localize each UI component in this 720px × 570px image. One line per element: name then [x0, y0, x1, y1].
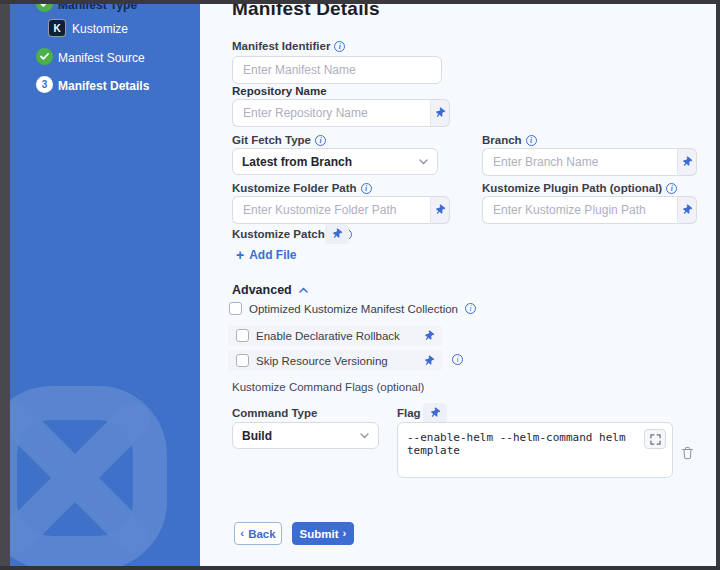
chevron-down-icon [419, 159, 428, 165]
step-manifest-details-label[interactable]: Manifest Details [58, 79, 149, 93]
step-manifest-source[interactable] [36, 48, 53, 65]
runtime-input-pin[interactable] [677, 196, 697, 224]
optimized-collection-checkbox[interactable] [229, 302, 242, 315]
pin-icon [433, 106, 447, 120]
step-kustomize-label[interactable]: Kustomize [72, 22, 128, 36]
info-icon[interactable]: i [526, 135, 537, 146]
dimmed-background-top [0, 0, 720, 4]
pin-icon [433, 203, 447, 217]
pin-icon [330, 227, 344, 241]
info-icon[interactable]: i [315, 135, 326, 146]
kustomize-patches-pin-button[interactable] [325, 224, 349, 244]
dimmed-background-bottom [0, 566, 720, 570]
kustomize-icon: K [48, 19, 66, 37]
repository-name-label: Repository Name [232, 85, 327, 97]
kustomize-folder-path-input[interactable] [232, 196, 430, 224]
step-manifest-source-label[interactable]: Manifest Source [58, 51, 145, 65]
chevron-left-icon: ‹ [240, 528, 244, 540]
chevron-up-icon [299, 287, 308, 293]
harness-logo-watermark [10, 358, 195, 570]
step-number-badge: 3 [36, 76, 53, 93]
add-file-button[interactable]: + Add File [236, 248, 297, 262]
declarative-rollback-checkbox[interactable] [236, 329, 249, 342]
runtime-input-pin[interactable] [430, 99, 450, 127]
runtime-input-pin[interactable] [430, 196, 450, 224]
command-type-select[interactable]: Build [232, 422, 379, 449]
kustomize-folder-path-label: Kustomize Folder Path i [232, 182, 372, 194]
wizard-sidebar: Manifest Type K Kustomize Manifest Sourc… [10, 0, 200, 570]
info-icon[interactable]: i [452, 354, 463, 365]
chevron-right-icon: › [343, 528, 347, 540]
kustomize-plugin-path-input[interactable] [482, 196, 677, 224]
info-icon[interactable]: i [666, 183, 677, 194]
dimmed-background-right [716, 0, 720, 570]
advanced-section-toggle[interactable]: Advanced [232, 283, 308, 297]
pin-icon[interactable] [422, 328, 436, 342]
plus-icon: + [236, 248, 244, 262]
command-flags-section-label: Kustomize Command Flags (optional) [232, 381, 424, 393]
back-button[interactable]: ‹ Back [234, 522, 282, 545]
expand-icon [650, 434, 661, 445]
branch-input[interactable] [482, 148, 677, 176]
pin-icon[interactable] [422, 353, 436, 367]
pin-icon [680, 203, 694, 217]
flag-value-textarea[interactable]: --enable-helm --helm-command helm templa… [397, 422, 673, 478]
kustomize-plugin-path-label: Kustomize Plugin Path (optional) i [482, 182, 677, 194]
dimmed-background-left [0, 0, 10, 570]
step-kustomize[interactable]: K [48, 19, 66, 37]
flag-label: Flag [397, 407, 421, 419]
skip-resource-versioning-option: Skip Resource Versioning [228, 350, 442, 371]
info-icon[interactable]: i [361, 183, 372, 194]
declarative-rollback-option: Enable Declarative Rollback [228, 325, 442, 346]
info-icon[interactable]: i [334, 41, 345, 52]
optimized-collection-option: Optimized Kustomize Manifest Collection … [229, 302, 476, 315]
command-type-label: Command Type [232, 407, 317, 419]
manifest-details-modal: Manifest Type K Kustomize Manifest Sourc… [0, 0, 720, 570]
check-icon [36, 48, 53, 65]
expand-editor-button[interactable] [644, 429, 666, 449]
info-icon[interactable]: i [465, 303, 476, 314]
pin-icon [428, 406, 442, 420]
repository-name-input[interactable] [232, 99, 430, 127]
pin-icon [680, 155, 694, 169]
skip-resource-versioning-checkbox[interactable] [236, 354, 249, 367]
runtime-input-pin[interactable] [677, 148, 697, 176]
flag-pin-button[interactable] [423, 403, 447, 423]
branch-label: Branch i [482, 134, 537, 146]
submit-button[interactable]: Submit › [292, 522, 354, 545]
manifest-identifier-label: Manifest Identifier i [232, 40, 345, 52]
trash-icon[interactable] [681, 446, 694, 460]
step-manifest-details[interactable]: 3 [36, 76, 53, 93]
manifest-identifier-input[interactable] [232, 56, 442, 84]
chevron-down-icon [360, 433, 369, 439]
git-fetch-type-label: Git Fetch Type i [232, 134, 326, 146]
git-fetch-type-select[interactable]: Latest from Branch [232, 148, 438, 175]
